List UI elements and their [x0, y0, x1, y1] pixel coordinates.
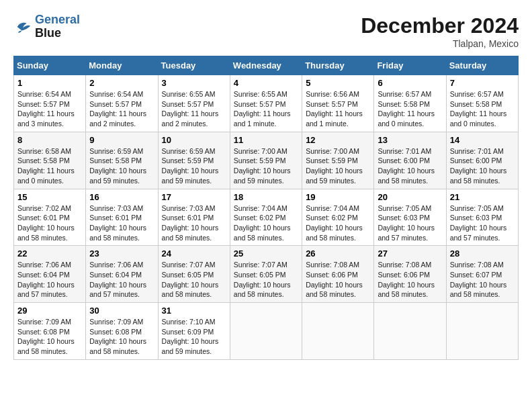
column-header-tuesday: Tuesday [158, 56, 230, 75]
column-header-sunday: Sunday [14, 56, 86, 75]
day-info: Sunrise: 7:09 AMSunset: 6:08 PMDaylight:… [89, 317, 154, 357]
day-info: Sunrise: 6:55 AMSunset: 5:57 PMDaylight:… [162, 89, 226, 129]
page-header: GeneralBlue December 2024 Tlalpan, Mexic… [13, 13, 519, 49]
calendar-cell: 9Sunrise: 6:59 AMSunset: 5:58 PMDaylight… [86, 132, 158, 189]
day-number: 7 [450, 78, 515, 88]
day-number: 10 [162, 135, 226, 145]
day-number: 14 [450, 135, 515, 145]
logo: GeneralBlue [13, 13, 80, 40]
calendar-cell: 18Sunrise: 7:04 AMSunset: 6:02 PMDayligh… [230, 189, 302, 246]
day-number: 5 [306, 78, 370, 88]
calendar-cell: 13Sunrise: 7:01 AMSunset: 6:00 PMDayligh… [374, 132, 446, 189]
calendar-cell: 24Sunrise: 7:07 AMSunset: 6:05 PMDayligh… [158, 246, 230, 303]
calendar-cell: 27Sunrise: 7:08 AMSunset: 6:06 PMDayligh… [374, 246, 446, 303]
calendar-cell: 11Sunrise: 7:00 AMSunset: 5:59 PMDayligh… [230, 132, 302, 189]
calendar-week-row: 22Sunrise: 7:06 AMSunset: 6:04 PMDayligh… [14, 246, 519, 303]
day-number: 21 [450, 192, 515, 202]
day-number: 17 [162, 192, 226, 202]
day-number: 23 [89, 248, 154, 259]
day-info: Sunrise: 7:03 AMSunset: 6:01 PMDaylight:… [89, 203, 154, 243]
logo-text: GeneralBlue [35, 13, 80, 40]
day-info: Sunrise: 6:55 AMSunset: 5:57 PMDaylight:… [234, 89, 298, 129]
day-info: Sunrise: 6:59 AMSunset: 5:59 PMDaylight:… [162, 146, 226, 186]
column-header-friday: Friday [374, 56, 446, 75]
day-info: Sunrise: 7:07 AMSunset: 6:05 PMDaylight:… [234, 260, 298, 300]
day-number: 12 [306, 135, 370, 145]
day-number: 20 [378, 192, 442, 202]
day-info: Sunrise: 7:06 AMSunset: 6:04 PMDaylight:… [17, 260, 82, 300]
day-number: 25 [234, 248, 298, 259]
day-number: 2 [89, 78, 154, 88]
day-info: Sunrise: 6:54 AMSunset: 5:57 PMDaylight:… [89, 89, 154, 129]
day-info: Sunrise: 6:57 AMSunset: 5:58 PMDaylight:… [378, 89, 442, 129]
day-number: 15 [17, 192, 82, 202]
day-info: Sunrise: 7:04 AMSunset: 6:02 PMDaylight:… [234, 203, 298, 243]
day-number: 22 [17, 248, 82, 259]
calendar-cell: 15Sunrise: 7:02 AMSunset: 6:01 PMDayligh… [14, 189, 86, 246]
calendar-cell [374, 303, 446, 360]
day-number: 9 [89, 135, 154, 145]
calendar-cell [302, 303, 374, 360]
calendar-body: 1Sunrise: 6:54 AMSunset: 5:57 PMDaylight… [14, 75, 519, 360]
day-info: Sunrise: 6:58 AMSunset: 5:58 PMDaylight:… [17, 146, 82, 186]
day-info: Sunrise: 7:01 AMSunset: 6:00 PMDaylight:… [450, 146, 515, 186]
column-header-monday: Monday [86, 56, 158, 75]
calendar-cell [230, 303, 302, 360]
calendar-cell: 5Sunrise: 6:56 AMSunset: 5:57 PMDaylight… [302, 75, 374, 132]
day-info: Sunrise: 7:08 AMSunset: 6:07 PMDaylight:… [450, 260, 515, 300]
day-info: Sunrise: 7:01 AMSunset: 6:00 PMDaylight:… [378, 146, 442, 186]
day-number: 19 [306, 192, 370, 202]
calendar-week-row: 29Sunrise: 7:09 AMSunset: 6:08 PMDayligh… [14, 303, 519, 360]
day-info: Sunrise: 6:56 AMSunset: 5:57 PMDaylight:… [306, 89, 370, 129]
day-number: 27 [378, 248, 442, 259]
column-header-saturday: Saturday [446, 56, 518, 75]
calendar-cell: 14Sunrise: 7:01 AMSunset: 6:00 PMDayligh… [446, 132, 518, 189]
day-number: 1 [17, 78, 82, 88]
calendar-cell: 29Sunrise: 7:09 AMSunset: 6:08 PMDayligh… [14, 303, 86, 360]
day-number: 28 [450, 248, 515, 259]
day-info: Sunrise: 7:02 AMSunset: 6:01 PMDaylight:… [17, 203, 82, 243]
day-number: 3 [162, 78, 226, 88]
calendar-cell: 22Sunrise: 7:06 AMSunset: 6:04 PMDayligh… [14, 246, 86, 303]
day-info: Sunrise: 7:03 AMSunset: 6:01 PMDaylight:… [162, 203, 226, 243]
calendar-cell: 21Sunrise: 7:05 AMSunset: 6:03 PMDayligh… [446, 189, 518, 246]
calendar-week-row: 8Sunrise: 6:58 AMSunset: 5:58 PMDaylight… [14, 132, 519, 189]
location: Tlalpan, Mexico [361, 38, 519, 49]
day-info: Sunrise: 6:57 AMSunset: 5:58 PMDaylight:… [450, 89, 515, 129]
column-header-wednesday: Wednesday [230, 56, 302, 75]
day-info: Sunrise: 6:54 AMSunset: 5:57 PMDaylight:… [17, 89, 82, 129]
day-info: Sunrise: 7:05 AMSunset: 6:03 PMDaylight:… [450, 203, 515, 243]
column-header-thursday: Thursday [302, 56, 374, 75]
day-number: 29 [17, 306, 82, 316]
calendar-cell: 28Sunrise: 7:08 AMSunset: 6:07 PMDayligh… [446, 246, 518, 303]
title-block: December 2024 Tlalpan, Mexico [361, 13, 519, 49]
calendar-cell: 25Sunrise: 7:07 AMSunset: 6:05 PMDayligh… [230, 246, 302, 303]
day-info: Sunrise: 7:00 AMSunset: 5:59 PMDaylight:… [306, 146, 370, 186]
day-number: 24 [162, 248, 226, 259]
calendar-week-row: 1Sunrise: 6:54 AMSunset: 5:57 PMDaylight… [14, 75, 519, 132]
calendar-cell: 19Sunrise: 7:04 AMSunset: 6:02 PMDayligh… [302, 189, 374, 246]
calendar-table: SundayMondayTuesdayWednesdayThursdayFrid… [13, 56, 519, 360]
calendar-cell: 26Sunrise: 7:08 AMSunset: 6:06 PMDayligh… [302, 246, 374, 303]
logo-bird-icon [13, 17, 32, 36]
day-number: 11 [234, 135, 298, 145]
calendar-cell: 17Sunrise: 7:03 AMSunset: 6:01 PMDayligh… [158, 189, 230, 246]
day-number: 6 [378, 78, 442, 88]
calendar-cell: 20Sunrise: 7:05 AMSunset: 6:03 PMDayligh… [374, 189, 446, 246]
day-info: Sunrise: 7:05 AMSunset: 6:03 PMDaylight:… [378, 203, 442, 243]
day-info: Sunrise: 7:07 AMSunset: 6:05 PMDaylight:… [162, 260, 226, 300]
day-info: Sunrise: 7:09 AMSunset: 6:08 PMDaylight:… [17, 317, 82, 357]
calendar-cell: 1Sunrise: 6:54 AMSunset: 5:57 PMDaylight… [14, 75, 86, 132]
calendar-cell: 31Sunrise: 7:10 AMSunset: 6:09 PMDayligh… [158, 303, 230, 360]
calendar-cell: 6Sunrise: 6:57 AMSunset: 5:58 PMDaylight… [374, 75, 446, 132]
day-number: 18 [234, 192, 298, 202]
day-number: 4 [234, 78, 298, 88]
day-info: Sunrise: 7:08 AMSunset: 6:06 PMDaylight:… [378, 260, 442, 300]
day-number: 31 [162, 306, 226, 316]
day-info: Sunrise: 7:04 AMSunset: 6:02 PMDaylight:… [306, 203, 370, 243]
day-info: Sunrise: 7:00 AMSunset: 5:59 PMDaylight:… [234, 146, 298, 186]
day-number: 26 [306, 248, 370, 259]
calendar-cell [446, 303, 518, 360]
month-title: December 2024 [361, 13, 519, 38]
calendar-cell: 12Sunrise: 7:00 AMSunset: 5:59 PMDayligh… [302, 132, 374, 189]
